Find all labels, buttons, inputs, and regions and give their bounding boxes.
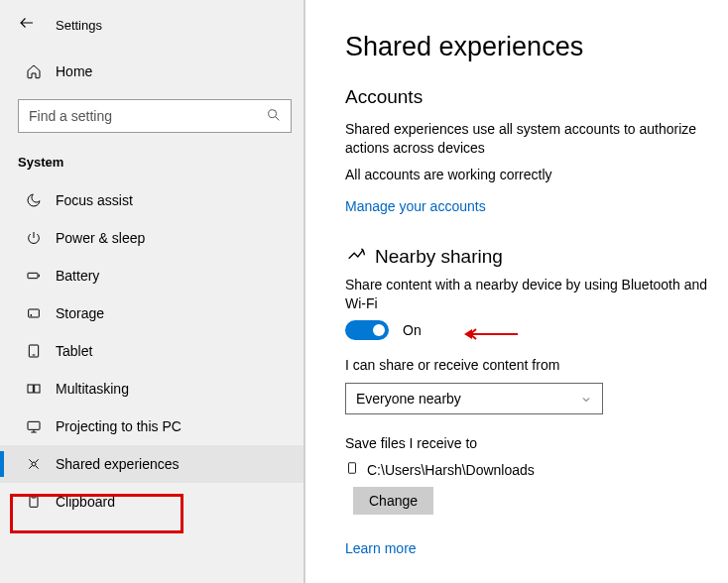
window-title: Settings (56, 18, 102, 33)
search-input[interactable] (18, 99, 292, 133)
power-icon (26, 230, 42, 246)
moon-icon (26, 192, 42, 208)
sidebar-item-label: Tablet (56, 343, 92, 359)
sidebar-item-multitasking[interactable]: Multitasking (0, 370, 303, 408)
nearby-share-icon (345, 246, 367, 268)
svg-rect-6 (35, 385, 40, 393)
project-icon (26, 418, 42, 434)
nearby-desc: Share content with a nearby device by us… (345, 276, 712, 313)
battery-icon (26, 268, 42, 284)
storage-icon (26, 305, 42, 321)
sidebar-item-shared-experiences[interactable]: Shared experiences (0, 445, 303, 483)
accounts-status: All accounts are working correctly (345, 166, 712, 184)
sidebar-item-clipboard[interactable]: Clipboard (0, 483, 303, 521)
sidebar-section-label: System (0, 149, 303, 181)
search-icon (266, 107, 282, 123)
shared-icon (26, 456, 42, 472)
device-icon (345, 461, 359, 479)
receive-label: I can share or receive content from (345, 356, 712, 375)
sidebar-item-label: Projecting to this PC (56, 418, 182, 434)
clipboard-icon (26, 494, 42, 510)
sidebar-item-power-sleep[interactable]: Power & sleep (0, 219, 303, 257)
sidebar-item-label: Battery (56, 268, 99, 284)
sidebar-item-label: Shared experiences (56, 456, 180, 472)
sidebar-home[interactable]: Home (0, 52, 303, 91)
sidebar-item-focus-assist[interactable]: Focus assist (0, 181, 303, 219)
back-icon[interactable] (18, 14, 36, 36)
chevron-down-icon (580, 393, 592, 405)
sidebar-item-label: Clipboard (56, 494, 115, 510)
sidebar-item-label: Storage (56, 305, 104, 321)
page-title: Shared experiences (345, 32, 728, 62)
svg-rect-1 (28, 273, 38, 278)
sidebar-item-label: Focus assist (56, 192, 133, 208)
sidebar-item-tablet[interactable]: Tablet (0, 332, 303, 370)
sidebar-home-label: Home (56, 63, 92, 79)
svg-rect-11 (349, 463, 356, 474)
svg-point-3 (31, 314, 32, 315)
svg-point-0 (269, 110, 277, 118)
accounts-heading: Accounts (345, 86, 728, 108)
accounts-body: Shared experiences use all system accoun… (345, 120, 712, 158)
sidebar-item-label: Multitasking (56, 381, 129, 397)
sidebar-item-storage[interactable]: Storage (0, 294, 303, 332)
toggle-state-label: On (403, 322, 422, 338)
receive-dropdown[interactable]: Everyone nearby (345, 383, 603, 414)
manage-accounts-link[interactable]: Manage your accounts (345, 198, 486, 214)
svg-rect-7 (28, 421, 40, 429)
sidebar-item-label: Power & sleep (56, 230, 145, 246)
home-icon (26, 63, 42, 79)
svg-rect-2 (29, 309, 40, 317)
tablet-icon (26, 343, 42, 359)
arrow-annotation (462, 326, 518, 342)
svg-rect-5 (28, 385, 33, 393)
save-label: Save files I receive to (345, 434, 712, 453)
svg-point-8 (32, 462, 36, 466)
save-path: C:\Users\Harsh\Downloads (367, 462, 535, 478)
dropdown-value: Everyone nearby (356, 391, 461, 407)
sidebar-item-projecting[interactable]: Projecting to this PC (0, 408, 303, 445)
learn-more-link[interactable]: Learn more (345, 540, 417, 556)
multitask-icon (26, 381, 42, 397)
nearby-sharing-toggle[interactable] (345, 320, 389, 340)
change-button[interactable]: Change (353, 487, 433, 515)
sidebar-item-battery[interactable]: Battery (0, 257, 303, 294)
nearby-heading: Nearby sharing (375, 246, 503, 268)
